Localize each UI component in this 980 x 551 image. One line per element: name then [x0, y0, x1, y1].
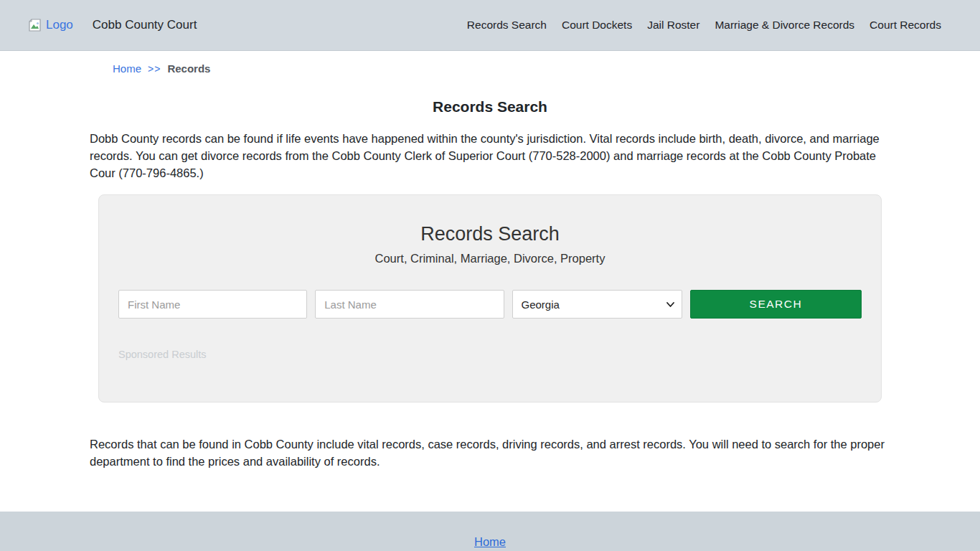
search-card-title: Records Search — [118, 223, 862, 245]
nav-court-records[interactable]: Court Records — [870, 19, 941, 32]
nav-court-dockets[interactable]: Court Dockets — [562, 19, 632, 32]
site-title: Cobb County Court — [93, 18, 197, 32]
records-search-card: Records Search Court, Criminal, Marriage… — [98, 194, 882, 402]
nav-jail-roster[interactable]: Jail Roster — [647, 19, 699, 32]
nav-records-search[interactable]: Records Search — [467, 19, 547, 32]
outro-paragraph: Records that can be found in Cobb County… — [90, 435, 890, 470]
logo-alt-text: Logo — [46, 18, 73, 32]
footer-home-link[interactable]: Home — [474, 535, 506, 549]
state-select[interactable]: Georgia — [512, 290, 682, 319]
header: Logo Cobb County Court Records Search Co… — [0, 0, 980, 51]
main-nav: Records Search Court Dockets Jail Roster… — [467, 19, 941, 32]
nav-marriage-divorce-records[interactable]: Marriage & Divorce Records — [715, 19, 854, 32]
sponsored-results-label: Sponsored Results — [118, 349, 862, 360]
broken-image-icon — [29, 19, 43, 32]
search-card-subtitle: Court, Criminal, Marriage, Divorce, Prop… — [118, 252, 862, 265]
breadcrumb-home-link[interactable]: Home — [113, 62, 141, 75]
breadcrumb-separator: >> — [148, 63, 161, 75]
intro-paragraph: Dobb County records can be found if life… — [90, 130, 890, 182]
breadcrumb: Home >> Records — [113, 62, 980, 75]
last-name-input[interactable] — [315, 290, 504, 319]
state-select-wrap: Georgia — [512, 290, 682, 319]
page-title: Records Search — [0, 98, 980, 116]
search-button[interactable]: SEARCH — [690, 290, 862, 319]
logo-link[interactable]: Logo — [29, 18, 73, 32]
first-name-input[interactable] — [118, 290, 307, 319]
footer: Home — [0, 512, 980, 551]
breadcrumb-current: Records — [167, 62, 210, 75]
search-form: Georgia SEARCH — [118, 290, 862, 319]
